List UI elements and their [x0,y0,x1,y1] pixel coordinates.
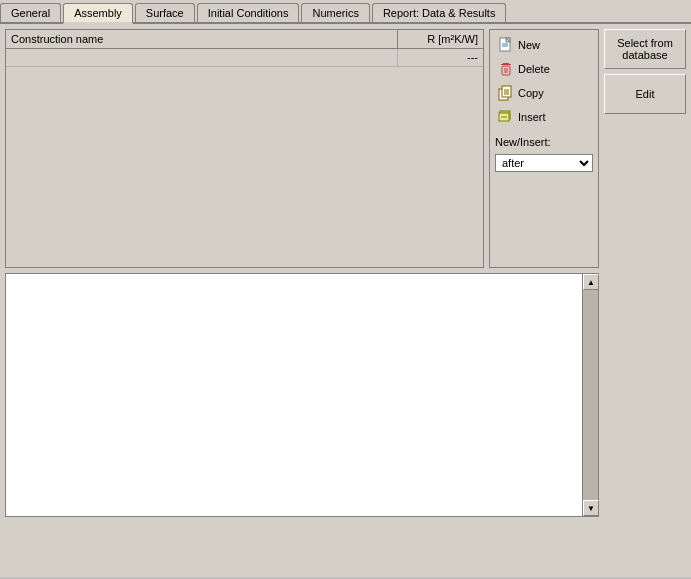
scroll-track [583,290,598,500]
new-insert-dropdown[interactable]: after before [495,154,593,172]
left-panel: Construction name R [m²K/W] --- [5,29,599,572]
delete-icon [498,61,514,77]
delete-button[interactable]: Delete [495,59,593,79]
edit-button[interactable]: Edit [604,74,686,114]
new-icon [498,37,514,53]
col-name-header: Construction name [6,30,398,48]
scroll-up-arrow[interactable]: ▲ [583,274,599,290]
bottom-content[interactable] [6,274,582,516]
tab-numerics[interactable]: Numerics [301,3,369,22]
select-db-label: Select from database [611,37,679,61]
bottom-section: ▲ ▼ [5,273,599,517]
table-body: --- [5,48,484,268]
svg-rect-5 [502,66,510,75]
table-rows: --- [6,49,483,267]
copy-icon [498,85,514,101]
action-panel: New Delete [489,29,599,268]
cell-name [6,49,398,66]
tab-assembly[interactable]: Assembly [63,3,133,24]
col-r-header: R [m²K/W] [398,30,483,48]
edit-label: Edit [636,88,655,100]
insert-label: Insert [518,111,546,123]
tab-report[interactable]: Report: Data & Results [372,3,507,22]
cell-r: --- [398,49,483,66]
copy-button[interactable]: Copy [495,83,593,103]
insert-icon [498,109,514,125]
table-container: Construction name R [m²K/W] --- [5,29,484,268]
table-row[interactable]: --- [6,49,483,67]
bottom-scrollbar: ▲ ▼ [582,274,598,516]
tab-general[interactable]: General [0,3,61,22]
copy-label: Copy [518,87,544,99]
new-insert-label: New/Insert: [495,136,593,148]
table-header: Construction name R [m²K/W] [5,29,484,48]
main-area: Construction name R [m²K/W] --- [0,24,691,577]
new-label: New [518,39,540,51]
new-button[interactable]: New [495,35,593,55]
select-from-database-button[interactable]: Select from database [604,29,686,69]
tab-surface[interactable]: Surface [135,3,195,22]
tab-bar: General Assembly Surface Initial Conditi… [0,0,691,24]
tab-initial-conditions[interactable]: Initial Conditions [197,3,300,22]
right-panel: Select from database Edit [604,29,686,572]
top-section: Construction name R [m²K/W] --- [5,29,599,268]
delete-label: Delete [518,63,550,75]
scroll-down-arrow[interactable]: ▼ [583,500,599,516]
insert-button[interactable]: Insert [495,107,593,127]
